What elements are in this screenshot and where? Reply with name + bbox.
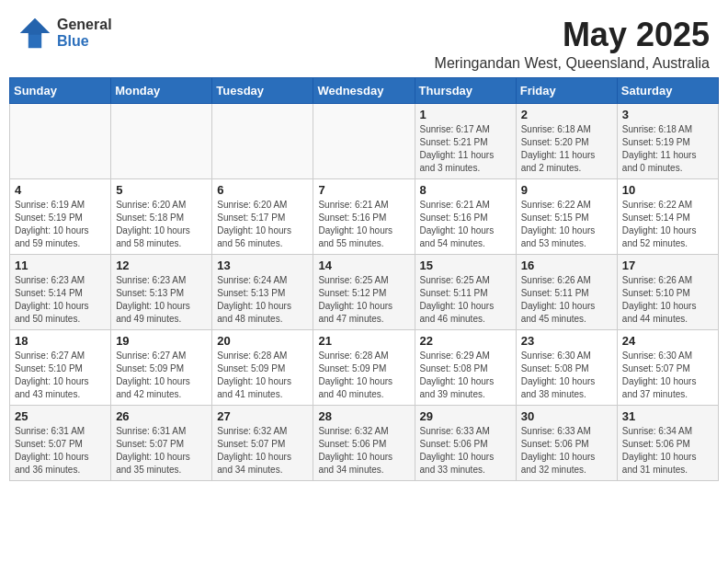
day-number: 25	[15, 409, 106, 423]
day-info: Sunrise: 6:33 AM Sunset: 5:06 PM Dayligh…	[420, 425, 511, 477]
day-info: Sunrise: 6:30 AM Sunset: 5:07 PM Dayligh…	[622, 350, 713, 401]
day-number: 30	[521, 409, 612, 423]
day-number: 1	[420, 108, 511, 121]
day-info: Sunrise: 6:29 AM Sunset: 5:08 PM Dayligh…	[420, 350, 511, 401]
day-number: 11	[15, 259, 106, 272]
day-info: Sunrise: 6:20 AM Sunset: 5:17 PM Dayligh…	[217, 199, 308, 250]
day-number: 20	[217, 334, 308, 348]
day-info: Sunrise: 6:22 AM Sunset: 5:15 PM Dayligh…	[521, 199, 612, 250]
logo-blue-text: Blue	[57, 33, 112, 50]
day-number: 12	[116, 259, 207, 272]
day-info: Sunrise: 6:20 AM Sunset: 5:18 PM Dayligh…	[116, 199, 207, 250]
calendar-day-cell: 20Sunrise: 6:28 AM Sunset: 5:09 PM Dayli…	[212, 329, 313, 405]
svg-marker-1	[20, 18, 50, 35]
day-info: Sunrise: 6:18 AM Sunset: 5:19 PM Dayligh…	[622, 123, 713, 175]
calendar-table: SundayMondayTuesdayWednesdayThursdayFrid…	[9, 77, 719, 481]
calendar-day-cell: 11Sunrise: 6:23 AM Sunset: 5:14 PM Dayli…	[10, 254, 111, 329]
page-header: General Blue May 2025 Meringandan West, …	[9, 9, 719, 72]
day-number: 3	[622, 108, 713, 121]
day-number: 6	[217, 183, 308, 197]
day-number: 28	[318, 409, 409, 423]
day-number: 22	[420, 334, 511, 348]
day-info: Sunrise: 6:23 AM Sunset: 5:14 PM Dayligh…	[15, 274, 106, 326]
calendar-week-row: 25Sunrise: 6:31 AM Sunset: 5:07 PM Dayli…	[10, 405, 719, 480]
calendar-week-row: 11Sunrise: 6:23 AM Sunset: 5:14 PM Dayli…	[10, 254, 719, 329]
calendar-day-cell: 7Sunrise: 6:21 AM Sunset: 5:16 PM Daylig…	[313, 178, 415, 254]
calendar-week-row: 18Sunrise: 6:27 AM Sunset: 5:10 PM Dayli…	[10, 329, 719, 405]
calendar-day-cell: 2Sunrise: 6:18 AM Sunset: 5:20 PM Daylig…	[516, 103, 617, 178]
weekday-header-saturday: Saturday	[617, 77, 718, 103]
calendar-day-cell	[313, 103, 415, 178]
calendar-day-cell: 4Sunrise: 6:19 AM Sunset: 5:19 PM Daylig…	[10, 178, 111, 254]
day-number: 26	[116, 409, 207, 423]
day-number: 8	[420, 183, 511, 197]
day-info: Sunrise: 6:27 AM Sunset: 5:10 PM Dayligh…	[15, 350, 106, 401]
day-number: 13	[217, 259, 308, 272]
day-number: 7	[318, 183, 409, 197]
calendar-day-cell: 3Sunrise: 6:18 AM Sunset: 5:19 PM Daylig…	[617, 103, 718, 178]
calendar-day-cell: 27Sunrise: 6:32 AM Sunset: 5:07 PM Dayli…	[212, 405, 313, 480]
day-info: Sunrise: 6:31 AM Sunset: 5:07 PM Dayligh…	[116, 425, 207, 477]
location-subtitle: Meringandan West, Queensland, Australia	[435, 55, 710, 72]
day-info: Sunrise: 6:21 AM Sunset: 5:16 PM Dayligh…	[318, 199, 409, 250]
day-info: Sunrise: 6:26 AM Sunset: 5:10 PM Dayligh…	[622, 274, 713, 326]
day-number: 19	[116, 334, 207, 348]
calendar-day-cell	[212, 103, 313, 178]
calendar-day-cell	[10, 103, 111, 178]
logo: General Blue	[18, 17, 112, 50]
weekday-header-friday: Friday	[516, 77, 617, 103]
calendar-day-cell: 16Sunrise: 6:26 AM Sunset: 5:11 PM Dayli…	[516, 254, 617, 329]
day-info: Sunrise: 6:27 AM Sunset: 5:09 PM Dayligh…	[116, 350, 207, 401]
day-info: Sunrise: 6:17 AM Sunset: 5:21 PM Dayligh…	[420, 123, 511, 175]
calendar-day-cell: 8Sunrise: 6:21 AM Sunset: 5:16 PM Daylig…	[415, 178, 516, 254]
title-section: May 2025 Meringandan West, Queensland, A…	[435, 17, 710, 72]
day-number: 15	[420, 259, 511, 272]
day-number: 18	[15, 334, 106, 348]
calendar-day-cell: 15Sunrise: 6:25 AM Sunset: 5:11 PM Dayli…	[415, 254, 516, 329]
day-info: Sunrise: 6:18 AM Sunset: 5:20 PM Dayligh…	[521, 123, 612, 175]
day-number: 29	[420, 409, 511, 423]
day-info: Sunrise: 6:28 AM Sunset: 5:09 PM Dayligh…	[318, 350, 409, 401]
day-number: 31	[622, 409, 713, 423]
day-info: Sunrise: 6:21 AM Sunset: 5:16 PM Dayligh…	[420, 199, 511, 250]
day-info: Sunrise: 6:25 AM Sunset: 5:11 PM Dayligh…	[420, 274, 511, 326]
day-number: 16	[521, 259, 612, 272]
month-year-title: May 2025	[435, 17, 710, 53]
day-info: Sunrise: 6:23 AM Sunset: 5:13 PM Dayligh…	[116, 274, 207, 326]
day-number: 10	[622, 183, 713, 197]
day-info: Sunrise: 6:26 AM Sunset: 5:11 PM Dayligh…	[521, 274, 612, 326]
day-info: Sunrise: 6:31 AM Sunset: 5:07 PM Dayligh…	[15, 425, 106, 477]
weekday-header-tuesday: Tuesday	[212, 77, 313, 103]
day-number: 17	[622, 259, 713, 272]
calendar-day-cell: 14Sunrise: 6:25 AM Sunset: 5:12 PM Dayli…	[313, 254, 415, 329]
calendar-week-row: 4Sunrise: 6:19 AM Sunset: 5:19 PM Daylig…	[10, 178, 719, 254]
day-number: 27	[217, 409, 308, 423]
day-number: 2	[521, 108, 612, 121]
day-info: Sunrise: 6:32 AM Sunset: 5:06 PM Dayligh…	[318, 425, 409, 477]
weekday-header-wednesday: Wednesday	[313, 77, 415, 103]
calendar-day-cell: 24Sunrise: 6:30 AM Sunset: 5:07 PM Dayli…	[617, 329, 718, 405]
calendar-day-cell: 29Sunrise: 6:33 AM Sunset: 5:06 PM Dayli…	[415, 405, 516, 480]
day-number: 23	[521, 334, 612, 348]
calendar-day-cell: 5Sunrise: 6:20 AM Sunset: 5:18 PM Daylig…	[111, 178, 212, 254]
calendar-day-cell: 17Sunrise: 6:26 AM Sunset: 5:10 PM Dayli…	[617, 254, 718, 329]
day-number: 9	[521, 183, 612, 197]
calendar-day-cell: 28Sunrise: 6:32 AM Sunset: 5:06 PM Dayli…	[313, 405, 415, 480]
calendar-header-row: SundayMondayTuesdayWednesdayThursdayFrid…	[10, 77, 719, 103]
logo-text: General Blue	[57, 17, 112, 49]
calendar-day-cell: 18Sunrise: 6:27 AM Sunset: 5:10 PM Dayli…	[10, 329, 111, 405]
weekday-header-sunday: Sunday	[10, 77, 111, 103]
day-number: 5	[116, 183, 207, 197]
day-info: Sunrise: 6:25 AM Sunset: 5:12 PM Dayligh…	[318, 274, 409, 326]
calendar-day-cell: 19Sunrise: 6:27 AM Sunset: 5:09 PM Dayli…	[111, 329, 212, 405]
calendar-day-cell: 26Sunrise: 6:31 AM Sunset: 5:07 PM Dayli…	[111, 405, 212, 480]
weekday-header-monday: Monday	[111, 77, 212, 103]
day-info: Sunrise: 6:22 AM Sunset: 5:14 PM Dayligh…	[622, 199, 713, 250]
calendar-day-cell: 23Sunrise: 6:30 AM Sunset: 5:08 PM Dayli…	[516, 329, 617, 405]
day-info: Sunrise: 6:24 AM Sunset: 5:13 PM Dayligh…	[217, 274, 308, 326]
day-info: Sunrise: 6:30 AM Sunset: 5:08 PM Dayligh…	[521, 350, 612, 401]
calendar-day-cell: 25Sunrise: 6:31 AM Sunset: 5:07 PM Dayli…	[10, 405, 111, 480]
weekday-header-thursday: Thursday	[415, 77, 516, 103]
logo-general-text: General	[57, 17, 112, 33]
calendar-day-cell: 6Sunrise: 6:20 AM Sunset: 5:17 PM Daylig…	[212, 178, 313, 254]
